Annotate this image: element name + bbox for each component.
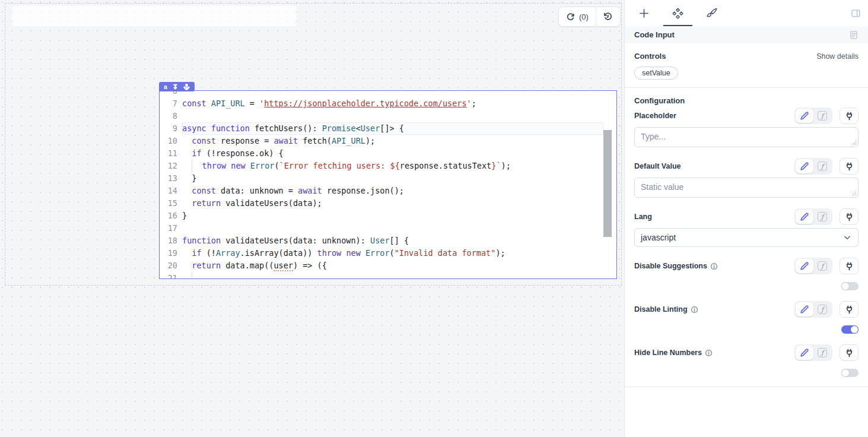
bind-data-button[interactable] xyxy=(840,158,859,175)
widget-name: a xyxy=(164,83,167,90)
binding-controls: ƒ xyxy=(794,344,859,361)
property-panel: Code Input Controls Show details setValu… xyxy=(624,0,868,437)
edit-mode-button[interactable] xyxy=(796,346,813,360)
code-text: return data.map((user) => ({ xyxy=(182,259,327,272)
line-number: 20 xyxy=(160,259,182,272)
function-icon: ƒ xyxy=(818,261,827,271)
config-field-hide-line-numbers: Hide Line Numbersƒ xyxy=(634,343,859,377)
line-number: 8 xyxy=(160,110,182,122)
canvas[interactable]: (0) a 67const API_URL = 'https://jsonpla… xyxy=(0,0,624,437)
function-icon: ƒ xyxy=(818,348,827,357)
canvas-action-group: (0) xyxy=(558,7,621,27)
history-button[interactable] xyxy=(596,7,620,26)
code-text: async function fetchUsers(): Promise<Use… xyxy=(182,122,603,135)
field-label: Default Value xyxy=(634,162,681,170)
js-mode-button[interactable]: ƒ xyxy=(813,159,831,173)
control-chip-setValue[interactable]: setValue xyxy=(634,66,678,80)
widget-title: Code Input xyxy=(634,30,675,39)
js-mode-button[interactable]: ƒ xyxy=(813,210,831,224)
widget-name-badge[interactable]: a xyxy=(159,82,195,91)
line-number: 10 xyxy=(160,135,182,147)
config-field-lang: Langƒjavascript xyxy=(634,207,859,247)
edit-mode-button[interactable] xyxy=(796,109,813,123)
binding-controls: ƒ xyxy=(794,258,859,274)
refresh-dependencies-button[interactable]: (0) xyxy=(559,7,596,26)
show-details-link[interactable]: Show details xyxy=(816,52,859,61)
js-mode-button[interactable]: ƒ xyxy=(813,259,831,273)
hide-line-numbers-toggle[interactable] xyxy=(841,369,859,377)
line-number: 6 xyxy=(160,91,182,97)
line-number: 18 xyxy=(160,235,182,247)
code-line: 13 } xyxy=(160,172,616,185)
line-number: 9 xyxy=(160,122,182,135)
panel-tabbar xyxy=(625,0,868,26)
info-icon[interactable] xyxy=(705,349,713,357)
binding-controls: ƒ xyxy=(794,208,859,225)
code-line: 9async function fetchUsers(): Promise<Us… xyxy=(160,122,616,135)
bind-data-button[interactable] xyxy=(840,301,859,318)
info-icon[interactable] xyxy=(691,306,698,314)
code-line: 15 return validateUsers(data); xyxy=(160,197,616,210)
function-icon: ƒ xyxy=(818,111,827,121)
editor-scrollbar[interactable] xyxy=(603,130,612,237)
placeholder-input[interactable]: Type... xyxy=(634,127,859,147)
tab-widgets[interactable] xyxy=(661,0,695,26)
code-text: if (!Array.isArray(data)) throw new Erro… xyxy=(182,247,505,259)
edit-mode-button[interactable] xyxy=(796,259,813,273)
edit-mode-button[interactable] xyxy=(796,159,813,173)
edit-mode-button[interactable] xyxy=(796,302,813,316)
code-line: 17 xyxy=(160,222,616,235)
function-icon: ƒ xyxy=(818,305,827,314)
tab-add[interactable] xyxy=(627,0,661,26)
disable-linting-toggle[interactable] xyxy=(841,325,859,334)
default-value-input[interactable]: Static value xyxy=(634,178,859,198)
insert-below-icon[interactable] xyxy=(172,84,179,90)
tab-style[interactable] xyxy=(695,0,729,26)
line-number: 17 xyxy=(160,222,182,235)
config-field-disable-linting: Disable Lintingƒ xyxy=(634,300,859,334)
history-icon xyxy=(603,12,613,21)
code-text: } xyxy=(182,172,196,185)
code-line: 8 xyxy=(160,110,616,122)
select-value: javascript xyxy=(641,233,676,242)
code-line: 21 xyxy=(160,272,616,278)
anchor-icon[interactable] xyxy=(183,84,190,90)
code-line: 10 const response = await fetch(API_URL)… xyxy=(160,135,616,147)
code-text: const data: unknown = await response.jso… xyxy=(182,185,404,197)
line-number: 19 xyxy=(160,247,182,259)
code-line: 12 throw new Error(`Error fetching users… xyxy=(160,160,616,172)
divider xyxy=(625,87,868,88)
bind-data-button[interactable] xyxy=(840,258,859,274)
js-mode-button[interactable]: ƒ xyxy=(813,346,831,360)
code-editor[interactable]: 67const API_URL = 'https://jsonplacehold… xyxy=(160,91,616,278)
app-root: (0) a 67const API_URL = 'https://jsonpla… xyxy=(0,0,868,437)
collapse-panel-button[interactable] xyxy=(851,0,861,26)
code-input-widget[interactable]: a 67const API_URL = 'https://jsonplaceho… xyxy=(159,90,617,279)
code-text: throw new Error(`Error fetching users: $… xyxy=(182,160,511,172)
line-number: 12 xyxy=(160,160,182,172)
js-mode-button[interactable]: ƒ xyxy=(813,109,831,123)
bind-data-button[interactable] xyxy=(840,344,859,361)
line-number: 16 xyxy=(160,210,182,222)
doc-icon[interactable] xyxy=(849,30,859,40)
line-number: 15 xyxy=(160,197,182,210)
code-text: const API_URL = 'https://jsonplaceholder… xyxy=(182,97,476,110)
field-label: Hide Line Numbers xyxy=(634,349,702,357)
code-line: 18function validateUsers(data: unknown):… xyxy=(160,235,616,247)
disable-suggestions-toggle[interactable] xyxy=(841,282,859,290)
line-number: 11 xyxy=(160,147,182,160)
config-field-placeholder: PlaceholderƒType... xyxy=(634,106,859,147)
js-mode-button[interactable]: ƒ xyxy=(813,302,831,316)
function-icon: ƒ xyxy=(818,212,827,221)
edit-mode-button[interactable] xyxy=(796,210,813,224)
code-line: 16} xyxy=(160,210,616,222)
refresh-icon xyxy=(566,12,575,21)
field-label: Disable Suggestions xyxy=(634,262,707,270)
lang-select[interactable]: javascript xyxy=(634,228,859,247)
bind-data-button[interactable] xyxy=(840,208,859,225)
brush-icon xyxy=(705,7,718,20)
bind-data-button[interactable] xyxy=(840,107,859,124)
info-icon[interactable] xyxy=(710,262,718,270)
toggle-knob xyxy=(842,283,849,290)
refresh-count: (0) xyxy=(579,12,589,21)
